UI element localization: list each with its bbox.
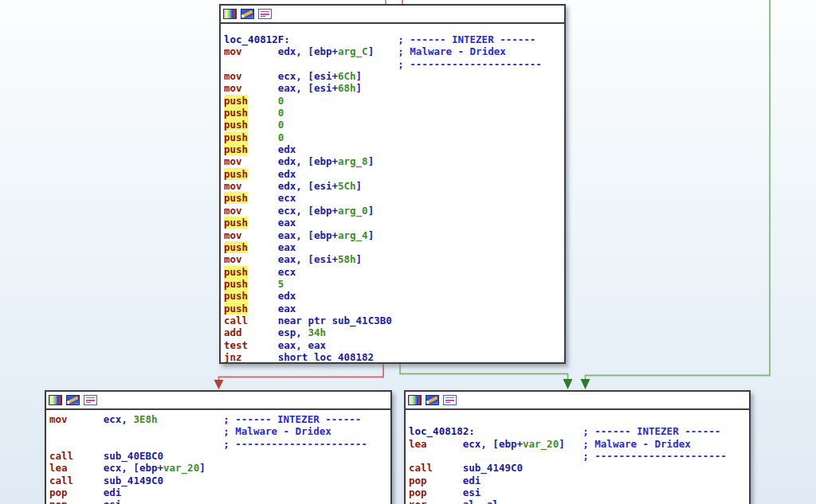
asm-line: mov edx, [ebp+arg_8] <box>224 155 564 167</box>
basic-block-fallthrough[interactable]: mov ecx, 3E8h ; ------ INTEZER ------ ; … <box>45 390 392 504</box>
asm-line: ; Malware - Dridex <box>49 425 390 437</box>
asm-line: pop esi <box>409 486 749 498</box>
block-titlebar <box>221 6 564 24</box>
edge-right-incoming <box>586 0 771 380</box>
asm-line: mov ecx, [esi+6Ch] <box>224 70 564 82</box>
asm-line: ; ---------------------- <box>49 438 390 450</box>
asm-line: call sub_4149C0 <box>49 475 390 486</box>
graph-view[interactable]: loc_40812F: ; ------ INTEZER ------mov e… <box>0 0 816 504</box>
asm-line: mov ecx, 3E8h ; ------ INTEZER ------ <box>49 413 390 425</box>
listing-icon[interactable] <box>258 9 272 19</box>
listing-icon[interactable] <box>443 395 457 405</box>
color-palette-icon[interactable] <box>49 395 62 405</box>
code-area[interactable]: loc_40812F: ; ------ INTEZER ------mov e… <box>221 24 564 363</box>
edit-pencil-icon[interactable] <box>66 395 80 405</box>
listing-icon[interactable] <box>84 395 97 405</box>
asm-line: ; ---------------------- <box>409 450 749 462</box>
asm-line: push edx <box>224 168 564 180</box>
edge-false-branch <box>219 364 384 381</box>
asm-line: pop esi <box>49 498 390 504</box>
asm-line: mov eax, [esi+68h] <box>224 82 564 94</box>
asm-line: push eax <box>224 303 564 315</box>
edit-pencil-icon[interactable] <box>241 9 254 19</box>
asm-line: call near ptr sub_41C3B0 <box>224 315 564 326</box>
edge-right-arrowhead <box>581 379 590 389</box>
asm-line: mov eax, [ebp+arg_4] <box>224 229 564 241</box>
asm-line: push 5 <box>224 278 564 290</box>
asm-line: ; ---------------------- <box>224 58 564 70</box>
edge-false-arrowhead <box>214 380 224 389</box>
edit-pencil-icon[interactable] <box>426 395 439 405</box>
asm-line <box>409 413 749 425</box>
asm-line: push 0 <box>224 95 564 107</box>
asm-line: call sub_40EBC0 <box>49 450 390 462</box>
asm-line: push ecx <box>224 266 564 278</box>
asm-line: loc_408182: ; ------ INTEZER ------ <box>409 425 749 437</box>
asm-line: push 0 <box>224 131 564 143</box>
asm-line: mov edx, [ebp+arg_C] ; Malware - Dridex <box>224 45 564 57</box>
color-palette-icon[interactable] <box>223 9 237 19</box>
block-titlebar <box>46 392 390 410</box>
asm-line: mov edx, [esi+5Ch] <box>224 180 564 192</box>
asm-line: pop edi <box>409 475 749 486</box>
asm-line: xor al, al <box>409 498 749 504</box>
asm-line: test eax, eax <box>224 339 564 351</box>
asm-line: mov eax, [esi+58h] <box>224 253 564 265</box>
code-area[interactable]: mov ecx, 3E8h ; ------ INTEZER ------ ; … <box>46 410 390 504</box>
block-titlebar <box>406 392 749 410</box>
basic-block-loc_40812F[interactable]: loc_40812F: ; ------ INTEZER ------mov e… <box>219 4 566 364</box>
edge-true-branch <box>400 364 568 380</box>
basic-block-loc_408182[interactable]: loc_408182: ; ------ INTEZER ------lea e… <box>404 390 751 504</box>
edge-true-arrowhead <box>563 379 573 389</box>
asm-line: push 0 <box>224 119 564 131</box>
asm-line: lea ecx, [ebp+var_20] <box>49 462 390 474</box>
color-palette-icon[interactable] <box>408 395 422 405</box>
asm-line: push eax <box>224 217 564 229</box>
asm-line: push 0 <box>224 107 564 119</box>
asm-line: push ecx <box>224 192 564 204</box>
asm-line: loc_40812F: ; ------ INTEZER ------ <box>224 33 564 45</box>
asm-line: jnz short loc_408182 <box>224 351 564 363</box>
asm-line: call sub_4149C0 <box>409 462 749 474</box>
asm-line: push edx <box>224 143 564 155</box>
code-area[interactable]: loc_408182: ; ------ INTEZER ------lea e… <box>406 410 749 504</box>
asm-line: pop edi <box>49 486 390 498</box>
asm-line: push edx <box>224 290 564 302</box>
asm-line: push eax <box>224 241 564 253</box>
asm-line: add esp, 34h <box>224 326 564 338</box>
asm-line: lea ecx, [ebp+var_20] ; Malware - Dridex <box>409 438 749 450</box>
asm-line: mov ecx, [ebp+arg_0] <box>224 205 564 217</box>
